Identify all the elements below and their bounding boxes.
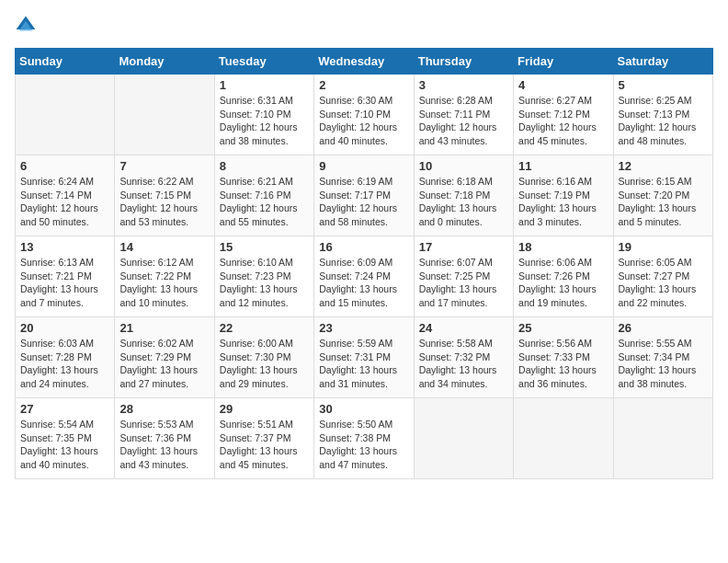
day-info: Sunrise: 6:12 AMSunset: 7:22 PMDaylight:… (119, 256, 209, 310)
day-cell: 19Sunrise: 6:05 AMSunset: 7:27 PMDayligh… (613, 236, 712, 317)
day-number: 27 (20, 402, 109, 416)
day-info: Sunrise: 6:28 AMSunset: 7:11 PMDaylight:… (419, 94, 508, 148)
day-number: 6 (20, 159, 109, 173)
day-number: 14 (119, 240, 209, 254)
day-cell: 9Sunrise: 6:19 AMSunset: 7:17 PMDaylight… (314, 155, 414, 236)
calendar-table: SundayMondayTuesdayWednesdayThursdayFrid… (15, 48, 713, 479)
day-info: Sunrise: 6:07 AMSunset: 7:25 PMDaylight:… (419, 256, 508, 310)
page-header (15, 15, 713, 37)
day-number: 3 (419, 78, 508, 92)
day-info: Sunrise: 5:53 AMSunset: 7:36 PMDaylight:… (119, 418, 209, 472)
calendar-body: 1Sunrise: 6:31 AMSunset: 7:10 PMDaylight… (16, 75, 713, 479)
day-cell: 8Sunrise: 6:21 AMSunset: 7:16 PMDaylight… (214, 155, 313, 236)
day-cell: 14Sunrise: 6:12 AMSunset: 7:22 PMDayligh… (115, 236, 214, 317)
day-number: 9 (319, 159, 408, 173)
day-number: 18 (518, 240, 608, 254)
day-cell: 1Sunrise: 6:31 AMSunset: 7:10 PMDaylight… (214, 75, 313, 155)
day-number: 17 (419, 240, 508, 254)
day-info: Sunrise: 5:59 AMSunset: 7:31 PMDaylight:… (319, 337, 408, 391)
header-cell-thursday: Thursday (414, 49, 513, 75)
day-number: 1 (220, 78, 309, 92)
day-info: Sunrise: 5:58 AMSunset: 7:32 PMDaylight:… (419, 337, 508, 391)
day-cell: 16Sunrise: 6:09 AMSunset: 7:24 PMDayligh… (314, 236, 414, 317)
day-number: 21 (119, 321, 209, 335)
day-cell (16, 75, 115, 155)
header-cell-tuesday: Tuesday (214, 49, 313, 75)
week-row-1: 1Sunrise: 6:31 AMSunset: 7:10 PMDaylight… (16, 75, 713, 155)
day-number: 15 (220, 240, 309, 254)
day-number: 10 (419, 159, 508, 173)
day-info: Sunrise: 5:51 AMSunset: 7:37 PMDaylight:… (220, 418, 309, 472)
day-number: 8 (220, 159, 309, 173)
day-cell (613, 398, 712, 479)
day-cell: 13Sunrise: 6:13 AMSunset: 7:21 PMDayligh… (16, 236, 115, 317)
day-number: 29 (220, 402, 309, 416)
header-cell-wednesday: Wednesday (314, 49, 414, 75)
header-cell-saturday: Saturday (613, 49, 712, 75)
day-info: Sunrise: 6:16 AMSunset: 7:19 PMDaylight:… (518, 175, 608, 229)
day-number: 13 (20, 240, 109, 254)
day-cell: 18Sunrise: 6:06 AMSunset: 7:26 PMDayligh… (514, 236, 613, 317)
week-row-5: 27Sunrise: 5:54 AMSunset: 7:35 PMDayligh… (16, 398, 713, 479)
day-cell: 3Sunrise: 6:28 AMSunset: 7:11 PMDaylight… (414, 75, 513, 155)
day-cell: 12Sunrise: 6:15 AMSunset: 7:20 PMDayligh… (613, 155, 712, 236)
day-cell: 24Sunrise: 5:58 AMSunset: 7:32 PMDayligh… (414, 317, 513, 398)
day-info: Sunrise: 6:19 AMSunset: 7:17 PMDaylight:… (319, 175, 408, 229)
day-info: Sunrise: 5:56 AMSunset: 7:33 PMDaylight:… (518, 337, 608, 391)
header-row: SundayMondayTuesdayWednesdayThursdayFrid… (16, 49, 713, 75)
day-number: 16 (319, 240, 408, 254)
day-number: 26 (619, 321, 708, 335)
day-cell: 15Sunrise: 6:10 AMSunset: 7:23 PMDayligh… (214, 236, 313, 317)
day-number: 24 (419, 321, 508, 335)
day-cell: 17Sunrise: 6:07 AMSunset: 7:25 PMDayligh… (414, 236, 513, 317)
day-info: Sunrise: 6:15 AMSunset: 7:20 PMDaylight:… (619, 175, 708, 229)
logo (15, 15, 40, 37)
day-info: Sunrise: 6:03 AMSunset: 7:28 PMDaylight:… (20, 337, 109, 391)
day-info: Sunrise: 6:09 AMSunset: 7:24 PMDaylight:… (319, 256, 408, 310)
day-cell: 29Sunrise: 5:51 AMSunset: 7:37 PMDayligh… (214, 398, 313, 479)
day-info: Sunrise: 6:31 AMSunset: 7:10 PMDaylight:… (220, 94, 309, 148)
day-info: Sunrise: 6:18 AMSunset: 7:18 PMDaylight:… (419, 175, 508, 229)
day-number: 2 (319, 78, 408, 92)
day-number: 11 (518, 159, 608, 173)
day-cell: 10Sunrise: 6:18 AMSunset: 7:18 PMDayligh… (414, 155, 513, 236)
day-number: 7 (119, 159, 209, 173)
day-info: Sunrise: 6:00 AMSunset: 7:30 PMDaylight:… (220, 337, 309, 391)
day-cell: 30Sunrise: 5:50 AMSunset: 7:38 PMDayligh… (314, 398, 414, 479)
calendar-header: SundayMondayTuesdayWednesdayThursdayFrid… (16, 49, 713, 75)
day-info: Sunrise: 6:02 AMSunset: 7:29 PMDaylight:… (119, 337, 209, 391)
day-cell: 5Sunrise: 6:25 AMSunset: 7:13 PMDaylight… (613, 75, 712, 155)
day-number: 22 (220, 321, 309, 335)
day-number: 5 (619, 78, 708, 92)
day-cell: 11Sunrise: 6:16 AMSunset: 7:19 PMDayligh… (514, 155, 613, 236)
day-number: 4 (518, 78, 608, 92)
header-cell-friday: Friday (514, 49, 613, 75)
day-number: 23 (319, 321, 408, 335)
day-info: Sunrise: 6:25 AMSunset: 7:13 PMDaylight:… (619, 94, 708, 148)
day-cell (414, 398, 513, 479)
day-cell: 22Sunrise: 6:00 AMSunset: 7:30 PMDayligh… (214, 317, 313, 398)
week-row-2: 6Sunrise: 6:24 AMSunset: 7:14 PMDaylight… (16, 155, 713, 236)
day-info: Sunrise: 5:50 AMSunset: 7:38 PMDaylight:… (319, 418, 408, 472)
day-cell: 27Sunrise: 5:54 AMSunset: 7:35 PMDayligh… (16, 398, 115, 479)
day-info: Sunrise: 6:21 AMSunset: 7:16 PMDaylight:… (220, 175, 309, 229)
day-info: Sunrise: 6:10 AMSunset: 7:23 PMDaylight:… (220, 256, 309, 310)
day-cell: 28Sunrise: 5:53 AMSunset: 7:36 PMDayligh… (115, 398, 214, 479)
day-cell: 4Sunrise: 6:27 AMSunset: 7:12 PMDaylight… (514, 75, 613, 155)
header-cell-monday: Monday (115, 49, 214, 75)
day-info: Sunrise: 6:22 AMSunset: 7:15 PMDaylight:… (119, 175, 209, 229)
day-cell: 6Sunrise: 6:24 AMSunset: 7:14 PMDaylight… (16, 155, 115, 236)
day-number: 25 (518, 321, 608, 335)
day-number: 30 (319, 402, 408, 416)
day-info: Sunrise: 6:05 AMSunset: 7:27 PMDaylight:… (619, 256, 708, 310)
day-number: 20 (20, 321, 109, 335)
day-number: 19 (619, 240, 708, 254)
day-cell: 2Sunrise: 6:30 AMSunset: 7:10 PMDaylight… (314, 75, 414, 155)
day-cell (115, 75, 214, 155)
day-info: Sunrise: 6:27 AMSunset: 7:12 PMDaylight:… (518, 94, 608, 148)
day-cell: 20Sunrise: 6:03 AMSunset: 7:28 PMDayligh… (16, 317, 115, 398)
header-cell-sunday: Sunday (16, 49, 115, 75)
day-info: Sunrise: 5:55 AMSunset: 7:34 PMDaylight:… (619, 337, 708, 391)
day-info: Sunrise: 6:24 AMSunset: 7:14 PMDaylight:… (20, 175, 109, 229)
day-info: Sunrise: 6:30 AMSunset: 7:10 PMDaylight:… (319, 94, 408, 148)
